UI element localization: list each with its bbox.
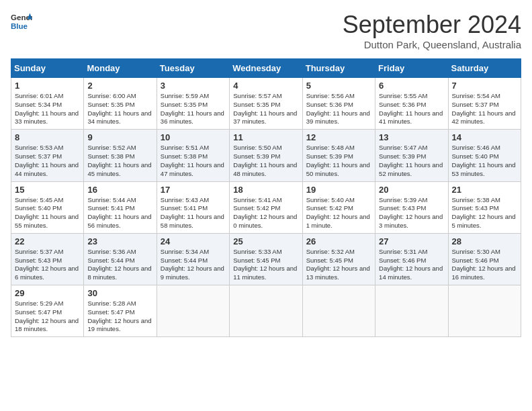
day-info: Sunrise: 5:29 AMSunset: 5:47 PMDaylight:… xyxy=(15,300,80,334)
day-number: 4 xyxy=(233,81,298,91)
day-of-week-header: Monday xyxy=(84,59,157,78)
calendar-cell: 27 Sunrise: 5:31 AMSunset: 5:46 PMDaylig… xyxy=(375,233,448,285)
calendar-cell: 20 Sunrise: 5:39 AMSunset: 5:43 PMDaylig… xyxy=(375,181,448,233)
day-of-week-header: Wednesday xyxy=(230,59,302,78)
location: Dutton Park, Queensland, Australia xyxy=(343,39,521,50)
day-info: Sunrise: 5:55 AMSunset: 5:36 PMDaylight:… xyxy=(379,92,444,126)
day-info: Sunrise: 5:46 AMSunset: 5:40 PMDaylight:… xyxy=(452,144,517,178)
day-info: Sunrise: 5:39 AMSunset: 5:43 PMDaylight:… xyxy=(379,196,444,230)
calendar-cell: 13 Sunrise: 5:47 AMSunset: 5:39 PMDaylig… xyxy=(375,130,448,181)
day-number: 14 xyxy=(452,132,517,142)
calendar-cell: 1 Sunrise: 6:01 AMSunset: 5:34 PMDayligh… xyxy=(11,78,84,130)
calendar-cell: 25 Sunrise: 5:33 AMSunset: 5:45 PMDaylig… xyxy=(230,233,302,285)
day-number: 24 xyxy=(161,236,226,246)
calendar-cell: 2 Sunrise: 6:00 AMSunset: 5:35 PMDayligh… xyxy=(84,78,157,130)
day-info: Sunrise: 5:44 AMSunset: 5:41 PMDaylight:… xyxy=(87,196,152,230)
day-of-week-header: Tuesday xyxy=(157,59,229,78)
calendar-cell: 16 Sunrise: 5:44 AMSunset: 5:41 PMDaylig… xyxy=(84,181,157,233)
day-info: Sunrise: 6:01 AMSunset: 5:34 PMDaylight:… xyxy=(15,92,80,126)
day-of-week-header: Friday xyxy=(375,59,448,78)
calendar-cell: 6 Sunrise: 5:55 AMSunset: 5:36 PMDayligh… xyxy=(375,78,448,130)
calendar-cell: 4 Sunrise: 5:57 AMSunset: 5:35 PMDayligh… xyxy=(230,78,302,130)
day-number: 23 xyxy=(87,236,152,246)
day-info: Sunrise: 5:40 AMSunset: 5:42 PMDaylight:… xyxy=(306,196,371,230)
day-info: Sunrise: 5:33 AMSunset: 5:45 PMDaylight:… xyxy=(233,248,298,282)
day-info: Sunrise: 5:51 AMSunset: 5:38 PMDaylight:… xyxy=(161,144,226,178)
day-number: 11 xyxy=(233,132,298,142)
day-info: Sunrise: 5:32 AMSunset: 5:45 PMDaylight:… xyxy=(306,248,371,282)
calendar-cell: 19 Sunrise: 5:40 AMSunset: 5:42 PMDaylig… xyxy=(302,181,375,233)
day-number: 13 xyxy=(379,132,444,142)
day-of-week-header: Thursday xyxy=(302,59,375,78)
calendar-cell: 14 Sunrise: 5:46 AMSunset: 5:40 PMDaylig… xyxy=(448,130,521,181)
calendar: SundayMondayTuesdayWednesdayThursdayFrid… xyxy=(11,58,521,337)
day-of-week-header: Sunday xyxy=(11,59,84,78)
day-number: 21 xyxy=(452,185,517,195)
day-number: 1 xyxy=(15,81,80,91)
calendar-cell: 10 Sunrise: 5:51 AMSunset: 5:38 PMDaylig… xyxy=(157,130,229,181)
calendar-cell: 28 Sunrise: 5:30 AMSunset: 5:46 PMDaylig… xyxy=(448,233,521,285)
day-info: Sunrise: 5:52 AMSunset: 5:38 PMDaylight:… xyxy=(87,144,152,178)
day-info: Sunrise: 5:54 AMSunset: 5:37 PMDaylight:… xyxy=(452,92,517,126)
day-number: 19 xyxy=(306,185,371,195)
month-title: September 2024 xyxy=(343,11,521,39)
day-info: Sunrise: 5:38 AMSunset: 5:43 PMDaylight:… xyxy=(452,196,517,230)
calendar-cell: 23 Sunrise: 5:36 AMSunset: 5:44 PMDaylig… xyxy=(84,233,157,285)
day-number: 28 xyxy=(452,236,517,246)
title-block: September 2024 Dutton Park, Queensland, … xyxy=(343,11,521,50)
calendar-cell: 12 Sunrise: 5:48 AMSunset: 5:39 PMDaylig… xyxy=(302,130,375,181)
calendar-cell xyxy=(448,285,521,337)
day-number: 26 xyxy=(306,236,371,246)
day-number: 20 xyxy=(379,185,444,195)
logo-icon: General Blue xyxy=(11,11,32,32)
calendar-cell xyxy=(302,285,375,337)
calendar-cell: 30 Sunrise: 5:28 AMSunset: 5:47 PMDaylig… xyxy=(84,285,157,337)
day-number: 25 xyxy=(233,236,298,246)
calendar-cell: 7 Sunrise: 5:54 AMSunset: 5:37 PMDayligh… xyxy=(448,78,521,130)
calendar-cell: 11 Sunrise: 5:50 AMSunset: 5:39 PMDaylig… xyxy=(230,130,302,181)
day-info: Sunrise: 5:57 AMSunset: 5:35 PMDaylight:… xyxy=(233,92,298,126)
day-info: Sunrise: 6:00 AMSunset: 5:35 PMDaylight:… xyxy=(87,92,152,126)
calendar-cell: 18 Sunrise: 5:41 AMSunset: 5:42 PMDaylig… xyxy=(230,181,302,233)
calendar-cell: 5 Sunrise: 5:56 AMSunset: 5:36 PMDayligh… xyxy=(302,78,375,130)
day-number: 22 xyxy=(15,236,80,246)
day-info: Sunrise: 5:37 AMSunset: 5:43 PMDaylight:… xyxy=(15,248,80,282)
day-number: 16 xyxy=(87,185,152,195)
calendar-cell: 15 Sunrise: 5:45 AMSunset: 5:40 PMDaylig… xyxy=(11,181,84,233)
day-info: Sunrise: 5:36 AMSunset: 5:44 PMDaylight:… xyxy=(87,248,152,282)
calendar-cell: 22 Sunrise: 5:37 AMSunset: 5:43 PMDaylig… xyxy=(11,233,84,285)
day-number: 18 xyxy=(233,185,298,195)
calendar-cell xyxy=(157,285,229,337)
day-info: Sunrise: 5:43 AMSunset: 5:41 PMDaylight:… xyxy=(161,196,226,230)
calendar-cell: 24 Sunrise: 5:34 AMSunset: 5:44 PMDaylig… xyxy=(157,233,229,285)
day-info: Sunrise: 5:48 AMSunset: 5:39 PMDaylight:… xyxy=(306,144,371,178)
day-number: 2 xyxy=(87,81,152,91)
day-info: Sunrise: 5:41 AMSunset: 5:42 PMDaylight:… xyxy=(233,196,298,230)
day-info: Sunrise: 5:47 AMSunset: 5:39 PMDaylight:… xyxy=(379,144,444,178)
day-number: 30 xyxy=(87,288,152,298)
day-number: 10 xyxy=(161,132,226,142)
day-info: Sunrise: 5:53 AMSunset: 5:37 PMDaylight:… xyxy=(15,144,80,178)
day-number: 5 xyxy=(306,81,371,91)
calendar-cell: 29 Sunrise: 5:29 AMSunset: 5:47 PMDaylig… xyxy=(11,285,84,337)
day-number: 9 xyxy=(87,132,152,142)
calendar-cell: 8 Sunrise: 5:53 AMSunset: 5:37 PMDayligh… xyxy=(11,130,84,181)
calendar-cell xyxy=(230,285,302,337)
day-info: Sunrise: 5:28 AMSunset: 5:47 PMDaylight:… xyxy=(87,300,152,334)
day-number: 6 xyxy=(379,81,444,91)
day-info: Sunrise: 5:56 AMSunset: 5:36 PMDaylight:… xyxy=(306,92,371,126)
calendar-cell: 9 Sunrise: 5:52 AMSunset: 5:38 PMDayligh… xyxy=(84,130,157,181)
day-info: Sunrise: 5:45 AMSunset: 5:40 PMDaylight:… xyxy=(15,196,80,230)
day-info: Sunrise: 5:31 AMSunset: 5:46 PMDaylight:… xyxy=(379,248,444,282)
logo: General Blue xyxy=(11,11,32,32)
calendar-cell: 26 Sunrise: 5:32 AMSunset: 5:45 PMDaylig… xyxy=(302,233,375,285)
calendar-cell: 3 Sunrise: 5:59 AMSunset: 5:35 PMDayligh… xyxy=(157,78,229,130)
calendar-cell xyxy=(375,285,448,337)
day-number: 15 xyxy=(15,185,80,195)
day-number: 8 xyxy=(15,132,80,142)
day-info: Sunrise: 5:30 AMSunset: 5:46 PMDaylight:… xyxy=(452,248,517,282)
day-number: 27 xyxy=(379,236,444,246)
day-info: Sunrise: 5:50 AMSunset: 5:39 PMDaylight:… xyxy=(233,144,298,178)
day-number: 29 xyxy=(15,288,80,298)
day-number: 3 xyxy=(161,81,226,91)
